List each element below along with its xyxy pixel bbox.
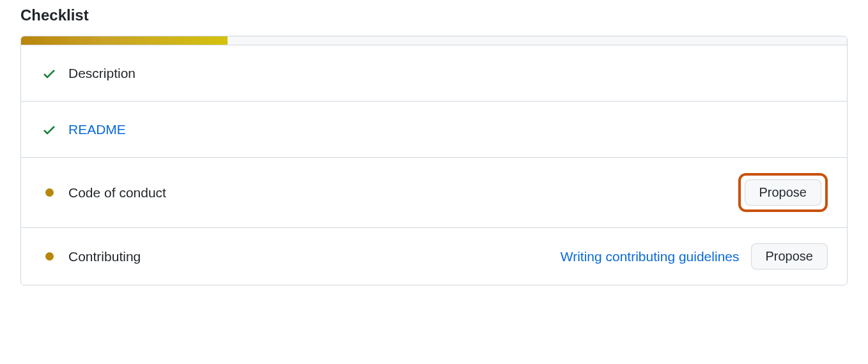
checklist-item-readme: README [21, 102, 847, 158]
check-icon [40, 121, 58, 139]
item-label: Contributing [68, 249, 141, 264]
progress-bar [21, 36, 847, 45]
propose-button[interactable]: Propose [751, 243, 828, 269]
checklist-item-description: Description [21, 45, 847, 102]
help-link[interactable]: Writing contributing guidelines [561, 249, 740, 264]
checklist-container: Description README Code of conduct Propo… [20, 36, 848, 285]
pending-dot-icon [40, 248, 58, 266]
checklist-heading: Checklist [20, 6, 848, 24]
propose-button[interactable]: Propose [745, 179, 822, 206]
item-label: Description [68, 66, 136, 81]
pending-dot-icon [40, 184, 58, 202]
checklist-item-contributing: Contributing Writing contributing guidel… [21, 228, 847, 285]
progress-bar-fill [21, 36, 228, 45]
checklist-item-code-of-conduct: Code of conduct Propose [21, 158, 847, 228]
highlight-frame: Propose [738, 173, 828, 212]
item-label-link[interactable]: README [68, 122, 126, 137]
item-label: Code of conduct [68, 185, 166, 201]
check-icon [40, 64, 58, 82]
